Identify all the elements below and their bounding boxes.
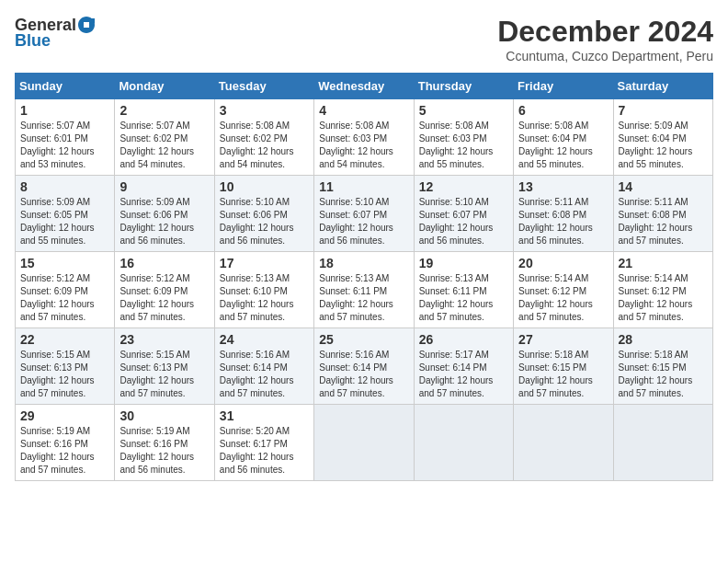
calendar-cell: 23Sunrise: 5:15 AMSunset: 6:13 PMDayligh…: [115, 328, 214, 405]
day-info: Sunrise: 5:16 AMSunset: 6:14 PMDaylight:…: [319, 349, 408, 400]
calendar-cell: 4Sunrise: 5:08 AMSunset: 6:03 PMDaylight…: [314, 99, 414, 176]
calendar-header-saturday: Saturday: [613, 74, 712, 99]
calendar-cell: [514, 405, 613, 481]
day-number: 16: [119, 256, 209, 270]
title-block: December 2024 Ccuntuma, Cuzco Department…: [497, 15, 713, 63]
day-number: 15: [20, 256, 109, 270]
calendar-table: SundayMondayTuesdayWednesdayThursdayFrid…: [15, 73, 713, 481]
day-info: Sunrise: 5:14 AMSunset: 6:12 PMDaylight:…: [619, 272, 708, 324]
calendar-header-thursday: Thursday: [414, 74, 513, 99]
calendar-cell: 29Sunrise: 5:19 AMSunset: 6:16 PMDayligh…: [16, 405, 115, 481]
day-info: Sunrise: 5:18 AMSunset: 6:15 PMDaylight:…: [619, 349, 708, 400]
day-number: 6: [518, 103, 608, 118]
day-info: Sunrise: 5:19 AMSunset: 6:16 PMDaylight:…: [119, 425, 209, 477]
calendar-cell: 20Sunrise: 5:14 AMSunset: 6:12 PMDayligh…: [514, 252, 613, 328]
calendar-cell: 21Sunrise: 5:14 AMSunset: 6:12 PMDayligh…: [613, 252, 712, 328]
day-info: Sunrise: 5:15 AMSunset: 6:13 PMDaylight:…: [20, 349, 109, 400]
calendar-cell: [414, 405, 513, 481]
day-info: Sunrise: 5:12 AMSunset: 6:09 PMDaylight:…: [20, 272, 109, 324]
day-info: Sunrise: 5:09 AMSunset: 6:05 PMDaylight:…: [20, 196, 109, 247]
calendar-cell: 16Sunrise: 5:12 AMSunset: 6:09 PMDayligh…: [115, 252, 214, 328]
day-number: 13: [518, 179, 608, 194]
calendar-cell: 18Sunrise: 5:13 AMSunset: 6:11 PMDayligh…: [314, 252, 414, 328]
day-number: 28: [619, 332, 708, 347]
calendar-week-4: 22Sunrise: 5:15 AMSunset: 6:13 PMDayligh…: [16, 328, 713, 405]
calendar-header-monday: Monday: [115, 74, 214, 99]
day-number: 19: [419, 256, 508, 270]
day-number: 21: [619, 256, 708, 270]
calendar-cell: [314, 405, 414, 481]
calendar-cell: 5Sunrise: 5:08 AMSunset: 6:03 PMDaylight…: [414, 99, 513, 176]
calendar-cell: 31Sunrise: 5:20 AMSunset: 6:17 PMDayligh…: [214, 405, 313, 481]
calendar-cell: 30Sunrise: 5:19 AMSunset: 6:16 PMDayligh…: [115, 405, 214, 481]
day-info: Sunrise: 5:10 AMSunset: 6:07 PMDaylight:…: [319, 196, 408, 247]
calendar-cell: 1Sunrise: 5:07 AMSunset: 6:01 PMDaylight…: [16, 99, 115, 176]
day-number: 1: [20, 103, 109, 118]
day-number: 23: [119, 332, 209, 347]
day-info: Sunrise: 5:08 AMSunset: 6:03 PMDaylight:…: [419, 120, 508, 171]
day-number: 25: [319, 332, 408, 347]
calendar-cell: 17Sunrise: 5:13 AMSunset: 6:10 PMDayligh…: [214, 252, 313, 328]
day-info: Sunrise: 5:09 AMSunset: 6:06 PMDaylight:…: [119, 196, 209, 247]
calendar-cell: 14Sunrise: 5:11 AMSunset: 6:08 PMDayligh…: [613, 176, 712, 252]
calendar-cell: 8Sunrise: 5:09 AMSunset: 6:05 PMDaylight…: [16, 176, 115, 252]
day-info: Sunrise: 5:08 AMSunset: 6:04 PMDaylight:…: [518, 120, 608, 171]
day-number: 20: [518, 256, 608, 270]
day-info: Sunrise: 5:08 AMSunset: 6:02 PMDaylight:…: [220, 120, 309, 171]
calendar-cell: 25Sunrise: 5:16 AMSunset: 6:14 PMDayligh…: [314, 328, 414, 405]
calendar-cell: 10Sunrise: 5:10 AMSunset: 6:06 PMDayligh…: [214, 176, 313, 252]
calendar-cell: [613, 405, 712, 481]
calendar-cell: 26Sunrise: 5:17 AMSunset: 6:14 PMDayligh…: [414, 328, 513, 405]
calendar-header-wednesday: Wednesday: [314, 74, 414, 99]
day-number: 31: [220, 408, 309, 423]
day-info: Sunrise: 5:11 AMSunset: 6:08 PMDaylight:…: [518, 196, 608, 247]
day-number: 22: [20, 332, 109, 347]
day-number: 3: [220, 103, 309, 118]
day-info: Sunrise: 5:07 AMSunset: 6:01 PMDaylight:…: [20, 120, 109, 171]
day-info: Sunrise: 5:07 AMSunset: 6:02 PMDaylight:…: [119, 120, 209, 171]
day-info: Sunrise: 5:15 AMSunset: 6:13 PMDaylight:…: [119, 349, 209, 400]
calendar-week-2: 8Sunrise: 5:09 AMSunset: 6:05 PMDaylight…: [16, 176, 713, 252]
day-number: 17: [220, 256, 309, 270]
day-info: Sunrise: 5:17 AMSunset: 6:14 PMDaylight:…: [419, 349, 508, 400]
day-number: 2: [119, 103, 209, 118]
logo: General Blue: [15, 15, 97, 51]
day-info: Sunrise: 5:20 AMSunset: 6:17 PMDaylight:…: [220, 425, 309, 477]
day-number: 30: [119, 408, 209, 423]
calendar-week-3: 15Sunrise: 5:12 AMSunset: 6:09 PMDayligh…: [16, 252, 713, 328]
day-info: Sunrise: 5:11 AMSunset: 6:08 PMDaylight:…: [619, 196, 708, 247]
calendar-cell: 19Sunrise: 5:13 AMSunset: 6:11 PMDayligh…: [414, 252, 513, 328]
calendar-header-sunday: Sunday: [16, 74, 115, 99]
calendar-cell: 22Sunrise: 5:15 AMSunset: 6:13 PMDayligh…: [16, 328, 115, 405]
logo-blue-text: Blue: [15, 31, 51, 51]
day-info: Sunrise: 5:12 AMSunset: 6:09 PMDaylight:…: [119, 272, 209, 324]
calendar-header-row: SundayMondayTuesdayWednesdayThursdayFrid…: [16, 74, 713, 99]
day-info: Sunrise: 5:13 AMSunset: 6:11 PMDaylight:…: [419, 272, 508, 324]
calendar-header-tuesday: Tuesday: [214, 74, 313, 99]
calendar-week-1: 1Sunrise: 5:07 AMSunset: 6:01 PMDaylight…: [16, 99, 713, 176]
calendar-cell: 27Sunrise: 5:18 AMSunset: 6:15 PMDayligh…: [514, 328, 613, 405]
day-number: 10: [220, 179, 309, 194]
day-number: 29: [20, 408, 109, 423]
calendar-cell: 6Sunrise: 5:08 AMSunset: 6:04 PMDaylight…: [514, 99, 613, 176]
calendar-cell: 7Sunrise: 5:09 AMSunset: 6:04 PMDaylight…: [613, 99, 712, 176]
calendar-cell: 2Sunrise: 5:07 AMSunset: 6:02 PMDaylight…: [115, 99, 214, 176]
calendar-cell: 9Sunrise: 5:09 AMSunset: 6:06 PMDaylight…: [115, 176, 214, 252]
day-number: 11: [319, 179, 408, 194]
location-text: Ccuntuma, Cuzco Department, Peru: [497, 49, 713, 63]
day-info: Sunrise: 5:14 AMSunset: 6:12 PMDaylight:…: [518, 272, 608, 324]
day-info: Sunrise: 5:18 AMSunset: 6:15 PMDaylight:…: [518, 349, 608, 400]
day-number: 26: [419, 332, 508, 347]
day-number: 7: [619, 103, 708, 118]
day-info: Sunrise: 5:08 AMSunset: 6:03 PMDaylight:…: [319, 120, 408, 171]
calendar-cell: 13Sunrise: 5:11 AMSunset: 6:08 PMDayligh…: [514, 176, 613, 252]
day-info: Sunrise: 5:10 AMSunset: 6:06 PMDaylight:…: [220, 196, 309, 247]
day-info: Sunrise: 5:16 AMSunset: 6:14 PMDaylight:…: [220, 349, 309, 400]
calendar-header-friday: Friday: [514, 74, 613, 99]
calendar-cell: 3Sunrise: 5:08 AMSunset: 6:02 PMDaylight…: [214, 99, 313, 176]
calendar-cell: 12Sunrise: 5:10 AMSunset: 6:07 PMDayligh…: [414, 176, 513, 252]
day-info: Sunrise: 5:19 AMSunset: 6:16 PMDaylight:…: [20, 425, 109, 477]
day-number: 12: [419, 179, 508, 194]
calendar-cell: 11Sunrise: 5:10 AMSunset: 6:07 PMDayligh…: [314, 176, 414, 252]
calendar-cell: 24Sunrise: 5:16 AMSunset: 6:14 PMDayligh…: [214, 328, 313, 405]
